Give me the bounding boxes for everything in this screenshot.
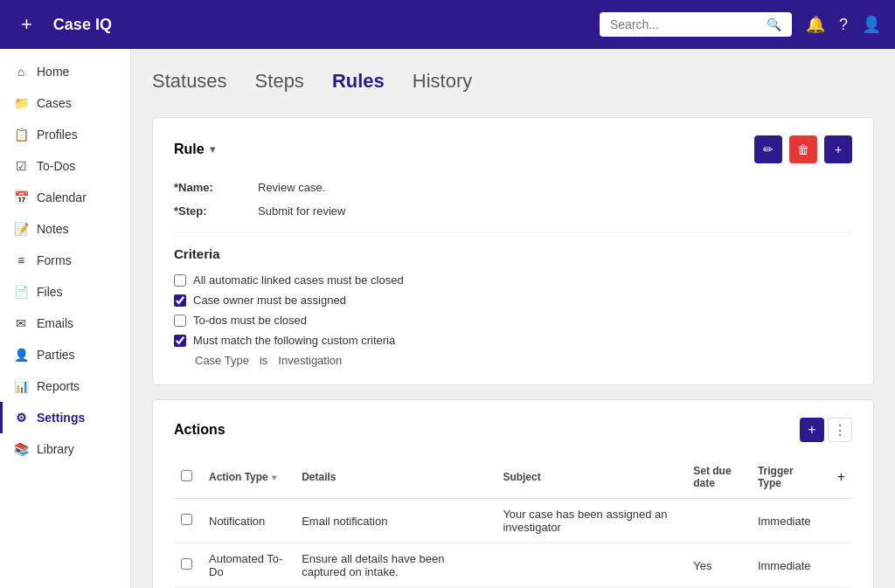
rule-name-field: *Name: Review case. <box>174 181 852 194</box>
rule-title-text: Rule <box>174 142 205 157</box>
sidebar-item-calendar[interactable]: 📅 Calendar <box>0 182 130 213</box>
criteria-checkbox-todos[interactable] <box>174 315 186 327</box>
topbar: + Case IQ 🔍 🔔 ? 👤 <box>0 0 895 49</box>
more-actions-button[interactable]: ⋮ <box>828 418 852 442</box>
sidebar: ⌂ Home 📁 Cases 📋 Profiles ☑ To-Dos 📅 Cal… <box>0 49 131 588</box>
custom-criteria-is-label: is <box>260 354 267 367</box>
actions-card: Actions + ⋮ Action Type ▾ <box>152 399 874 588</box>
custom-criteria-value-label: Investigation <box>278 354 342 367</box>
notifications-icon[interactable]: 🔔 <box>806 15 825 34</box>
row-set-due-date: Yes <box>686 543 751 588</box>
rule-step-value: Submit for review <box>258 204 345 218</box>
layout: ⌂ Home 📁 Cases 📋 Profiles ☑ To-Dos 📅 Cal… <box>0 49 895 588</box>
user-icon[interactable]: 👤 <box>862 15 881 34</box>
row-action-type: Automated To-Do <box>202 543 295 588</box>
row-checkbox[interactable] <box>181 558 192 570</box>
sidebar-item-settings[interactable]: ⚙ Settings <box>0 402 130 433</box>
row-add-cell <box>824 499 852 543</box>
criteria-item-todos: To-dos must be closed <box>174 314 852 327</box>
rule-action-buttons: ✏ 🗑 + <box>754 135 852 163</box>
row-details: Email notification <box>295 499 496 543</box>
sidebar-item-notes[interactable]: 📝 Notes <box>0 213 130 245</box>
criteria-item-custom: Must match the following custom criteria <box>174 334 852 347</box>
sidebar-item-label: Files <box>37 285 63 299</box>
row-action-type: Notification <box>202 499 295 543</box>
row-trigger-type: Immediate <box>751 543 824 588</box>
home-icon: ⌂ <box>14 65 28 79</box>
files-icon: 📄 <box>14 285 28 299</box>
criteria-checkbox-linked-cases[interactable] <box>174 274 186 287</box>
emails-icon: ✉ <box>14 316 28 330</box>
sidebar-item-label: Parties <box>37 348 75 362</box>
rule-name-label: *Name: <box>174 181 244 194</box>
row-subject <box>496 543 686 588</box>
sidebar-item-todos[interactable]: ☑ To-Dos <box>0 150 130 182</box>
rule-header: Rule ▾ ✏ 🗑 + <box>174 135 852 163</box>
sidebar-item-library[interactable]: 📚 Library <box>0 433 130 465</box>
tab-statuses[interactable]: Statuses <box>152 70 227 96</box>
th-add: + <box>824 456 852 499</box>
row-set-due-date <box>686 499 751 543</box>
sidebar-item-parties[interactable]: 👤 Parties <box>0 339 130 370</box>
sidebar-item-label: Home <box>37 65 69 79</box>
sidebar-item-home[interactable]: ⌂ Home <box>0 56 130 87</box>
add-action-button[interactable]: + <box>800 418 824 442</box>
sort-icon: ▾ <box>272 473 276 482</box>
th-trigger-type: Trigger Type <box>751 456 824 499</box>
tab-rules[interactable]: Rules <box>332 70 385 96</box>
rule-step-label: *Step: <box>174 204 244 218</box>
sidebar-item-label: Settings <box>37 411 85 425</box>
th-details: Details <box>295 456 496 499</box>
tab-bar: Statuses Steps Rules History <box>152 70 874 96</box>
sidebar-item-forms[interactable]: ≡ Forms <box>0 245 130 276</box>
criteria-title: Criteria <box>174 246 852 261</box>
criteria-label-case-owner: Case owner must be assigned <box>193 294 346 307</box>
main-content: Statuses Steps Rules History Rule ▾ ✏ 🗑 … <box>131 49 895 588</box>
sidebar-item-label: Forms <box>37 253 72 267</box>
row-details: Ensure all details have been captured on… <box>295 543 496 588</box>
sidebar-item-reports[interactable]: 📊 Reports <box>0 370 130 402</box>
profiles-icon: 📋 <box>14 128 28 142</box>
topbar-icon-group: 🔔 ? 👤 <box>806 15 881 34</box>
tab-steps[interactable]: Steps <box>255 70 304 96</box>
sidebar-item-label: Profiles <box>37 128 78 142</box>
notes-icon: 📝 <box>14 222 28 236</box>
library-icon: 📚 <box>14 442 28 456</box>
table-header-row: Action Type ▾ Details Subject Set due da… <box>174 456 852 499</box>
topbar-plus-button[interactable]: + <box>14 13 39 36</box>
add-rule-button[interactable]: + <box>824 135 852 163</box>
edit-rule-button[interactable]: ✏ <box>754 135 782 163</box>
todos-icon: ☑ <box>14 159 28 173</box>
criteria-label-linked-cases: All automatic linked cases must be close… <box>193 273 404 287</box>
settings-icon: ⚙ <box>14 411 28 425</box>
criteria-label-custom: Must match the following custom criteria <box>193 334 395 347</box>
row-trigger-type: Immediate <box>751 499 824 543</box>
search-input[interactable] <box>610 17 760 31</box>
sidebar-item-cases[interactable]: 📁 Cases <box>0 87 130 119</box>
row-add-cell <box>824 543 852 588</box>
th-checkbox <box>174 456 202 499</box>
chevron-down-icon: ▾ <box>210 143 215 156</box>
criteria-item-linked-cases: All automatic linked cases must be close… <box>174 273 852 287</box>
sidebar-item-profiles[interactable]: 📋 Profiles <box>0 119 130 150</box>
sort-action-type[interactable]: Action Type ▾ <box>209 471 276 483</box>
criteria-item-case-owner: Case owner must be assigned <box>174 294 852 307</box>
table-add-column-button[interactable]: + <box>837 469 845 485</box>
criteria-label-todos: To-dos must be closed <box>193 314 307 327</box>
tab-history[interactable]: History <box>413 70 472 96</box>
rule-title[interactable]: Rule ▾ <box>174 142 215 157</box>
row-checkbox[interactable] <box>181 514 192 525</box>
th-subject: Subject <box>496 456 686 499</box>
sidebar-item-label: Calendar <box>37 190 87 204</box>
sidebar-item-files[interactable]: 📄 Files <box>0 276 130 308</box>
criteria-checkbox-case-owner[interactable] <box>174 294 186 307</box>
sidebar-item-label: Cases <box>37 96 72 110</box>
help-icon[interactable]: ? <box>839 16 848 34</box>
criteria-checkbox-custom[interactable] <box>174 335 186 347</box>
app-logo: Case IQ <box>53 16 586 34</box>
actions-table: Action Type ▾ Details Subject Set due da… <box>174 456 852 588</box>
rule-card: Rule ▾ ✏ 🗑 + *Name: Review case. *Step: … <box>152 117 874 385</box>
select-all-checkbox[interactable] <box>181 470 192 481</box>
sidebar-item-emails[interactable]: ✉ Emails <box>0 308 130 339</box>
delete-rule-button[interactable]: 🗑 <box>789 135 817 163</box>
